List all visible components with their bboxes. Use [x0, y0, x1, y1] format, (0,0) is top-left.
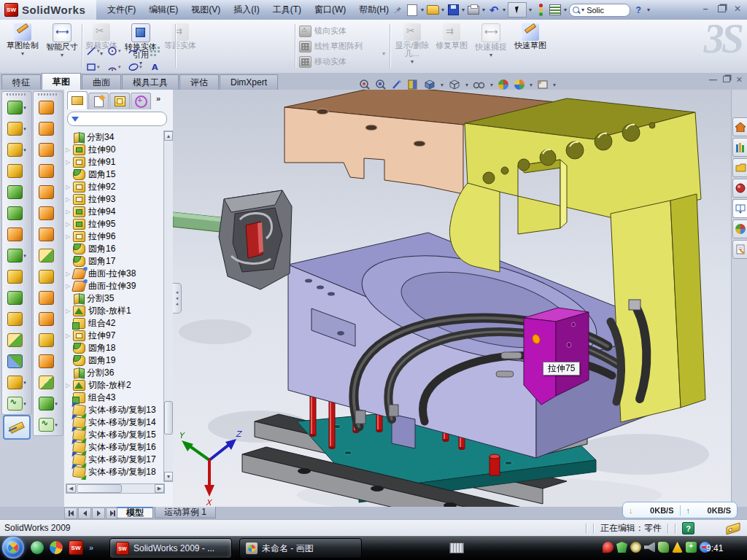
- surface-tool-button[interactable]: ▾: [34, 414, 63, 435]
- ribbon-tab[interactable]: DimXpert: [220, 74, 278, 90]
- edit-appearance-icon[interactable]: [498, 79, 509, 90]
- antivirus-tray-icon[interactable]: [603, 542, 614, 553]
- taskbar-task-button[interactable]: 未命名 - 画图: [239, 538, 362, 559]
- doc-close-button[interactable]: ✕: [736, 75, 743, 85]
- zoom-area-icon[interactable]: [375, 79, 387, 90]
- tab-file-explorer[interactable]: [732, 158, 747, 177]
- sketch-pattern-tool[interactable]: [150, 43, 171, 59]
- feature-tool-button[interactable]: ▾: [2, 245, 31, 266]
- document-tab[interactable]: 运动算例 1: [155, 507, 216, 518]
- tag-icon[interactable]: [726, 522, 740, 534]
- messenger-tray-icon[interactable]: [658, 542, 669, 553]
- surface-tool-button[interactable]: ▾: [34, 139, 63, 160]
- tree-item[interactable]: ▷ 拉伸96: [66, 230, 163, 243]
- close-button[interactable]: ✕: [731, 3, 744, 15]
- quick-launch-overflow[interactable]: »: [89, 543, 93, 552]
- restore-button[interactable]: [715, 3, 728, 15]
- scroll-up-button[interactable]: ▲: [164, 131, 173, 141]
- tree-item[interactable]: ▷ 拉伸90: [66, 144, 163, 156]
- expand-arrow-icon[interactable]: ▷: [66, 209, 73, 215]
- surface-tool-button[interactable]: ▾: [34, 118, 63, 139]
- network-warning-tray-icon[interactable]: [672, 542, 683, 553]
- new-document-button[interactable]: [406, 4, 419, 17]
- panel-tabs-overflow[interactable]: »: [156, 94, 160, 103]
- tab-feature-manager[interactable]: [67, 91, 88, 109]
- expand-arrow-icon[interactable]: ▷: [66, 221, 73, 228]
- surface-tool-button[interactable]: ▾: [34, 182, 63, 203]
- options-button[interactable]: [549, 4, 562, 17]
- volume-tray-icon[interactable]: [644, 542, 655, 553]
- tab-appearances[interactable]: [732, 219, 747, 238]
- tree-item[interactable]: ▷ 组合43: [66, 392, 163, 404]
- tree-item[interactable]: ▷ 圆角18: [66, 342, 163, 354]
- update-tray-icon[interactable]: [630, 542, 641, 553]
- surface-tool-button[interactable]: ▾: [34, 245, 63, 266]
- tree-item[interactable]: ▷ 实体-移动/复制13: [66, 404, 163, 416]
- feature-tool-button[interactable]: ▾: [2, 287, 31, 308]
- tree-item[interactable]: ▷ 拉伸94: [66, 206, 163, 218]
- scroll-left-button[interactable]: ◀: [66, 484, 76, 493]
- tree-vscrollbar[interactable]: ▲ ▼: [163, 131, 174, 482]
- rebuild-icon[interactable]: [534, 4, 547, 17]
- ribbon-tab[interactable]: 模具工具: [122, 74, 179, 90]
- command-button[interactable]: 显示/删除几... ▾: [392, 22, 432, 69]
- surface-tool-button[interactable]: ▾: [34, 266, 63, 287]
- search-input[interactable]: ▾ Solic: [569, 4, 630, 17]
- command-button[interactable]: 快速草图 ▾: [511, 22, 550, 69]
- feature-tool-button[interactable]: ▾: [2, 393, 31, 414]
- surface-tool-button[interactable]: ▾: [34, 393, 63, 414]
- tree-item[interactable]: ▷ 圆角17: [66, 255, 163, 268]
- graphics-viewport[interactable]: Y Z X: [173, 90, 731, 507]
- tree-item[interactable]: ▷ 实体-移动/复制18: [66, 466, 163, 478]
- command-button[interactable]: 草图绘制 ▾: [3, 22, 42, 69]
- tree-item[interactable]: ▷ 切除-放样2: [66, 379, 163, 392]
- tab-configuration-manager[interactable]: [109, 93, 130, 109]
- pin-icon[interactable]: 📌︎: [391, 4, 404, 17]
- tab-design-library[interactable]: [732, 138, 747, 157]
- section-view-icon[interactable]: [407, 79, 419, 90]
- surface-tool-button[interactable]: ▾: [34, 330, 63, 351]
- expand-arrow-icon[interactable]: ▷: [66, 184, 73, 190]
- toolbar-drag-handle[interactable]: [7, 93, 27, 96]
- surface-tool-button[interactable]: ▾: [34, 224, 63, 245]
- prev-tab-button[interactable]: [78, 508, 91, 519]
- expand-arrow-icon[interactable]: ▷: [66, 332, 73, 339]
- command-row-button[interactable]: 线性草图阵列: [299, 39, 363, 54]
- command-row-button[interactable]: 移动实体: [299, 54, 363, 69]
- feature-tool-button[interactable]: ▾: [2, 160, 31, 182]
- surface-tool-button[interactable]: ▾: [34, 203, 63, 224]
- command-button[interactable]: 快速捕捉 ▾: [471, 22, 511, 69]
- scroll-right-button[interactable]: ▶: [155, 484, 164, 493]
- tab-dimxpert-manager[interactable]: [131, 93, 151, 109]
- panel-splitter-handle[interactable]: ◂◂◂: [173, 283, 182, 314]
- tree-item[interactable]: ▷ 实体-移动/复制17: [66, 454, 163, 466]
- surface-tool-button[interactable]: ▾: [34, 160, 63, 182]
- tab-solidworks-search[interactable]: [732, 179, 747, 198]
- tree-item[interactable]: ▷ 切除-放样1: [66, 305, 163, 317]
- feature-tool-button[interactable]: ▾: [2, 308, 31, 330]
- input-method-icon[interactable]: [449, 542, 464, 553]
- tree-item[interactable]: ▷ 曲面-拉伸38: [66, 268, 163, 280]
- surface-tool-button[interactable]: ▾: [34, 308, 63, 330]
- hide-show-items-icon[interactable]: [473, 79, 486, 90]
- security-shield-tray-icon[interactable]: [616, 542, 627, 553]
- help-button[interactable]: ?: [632, 4, 645, 17]
- feature-tool-button[interactable]: ▾: [2, 224, 31, 245]
- feature-tool-button[interactable]: ▾: [2, 266, 31, 287]
- measure-button-pressed[interactable]: [3, 415, 31, 440]
- expand-arrow-icon[interactable]: ▷: [66, 196, 73, 203]
- feature-tool-button[interactable]: ▾: [2, 203, 31, 224]
- circle-tool[interactable]: ▾: [107, 43, 128, 59]
- ribbon-tab[interactable]: 特征: [1, 74, 41, 90]
- tree-item[interactable]: ▷ 分割36: [66, 367, 163, 379]
- surface-tool-button[interactable]: ▾: [34, 351, 63, 372]
- command-button[interactable]: 智能尺寸 ▾: [42, 22, 82, 69]
- tree-item[interactable]: ▷ 分割35: [66, 292, 163, 305]
- line-tool[interactable]: ▾: [86, 43, 107, 59]
- feature-tool-button[interactable]: ▾: [2, 97, 31, 118]
- command-button[interactable]: 修复草图 ▾: [432, 22, 471, 69]
- print-button[interactable]: [467, 4, 480, 17]
- undo-button[interactable]: ↶: [487, 4, 500, 17]
- command-row-button[interactable]: 镜向实体: [299, 23, 363, 39]
- tree-item[interactable]: ▷ 拉伸91: [66, 156, 163, 168]
